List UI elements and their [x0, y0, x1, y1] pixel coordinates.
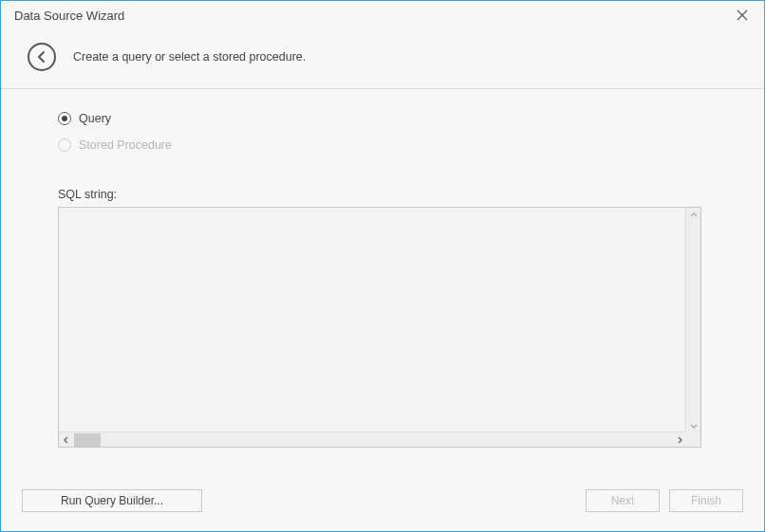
- sql-string-box: [58, 207, 701, 448]
- scroll-h-track: [74, 433, 672, 447]
- radio-query-row[interactable]: Query: [58, 112, 707, 125]
- sql-string-label: SQL string:: [58, 188, 707, 201]
- radio-query[interactable]: [58, 112, 71, 125]
- next-button: Next: [586, 489, 660, 512]
- wizard-subtitle: Create a query or select a stored proced…: [73, 50, 306, 64]
- finish-button: Finish: [669, 489, 743, 512]
- radio-query-label: Query: [79, 112, 111, 125]
- window-title: Data Source Wizard: [14, 9, 124, 23]
- wizard-footer: Run Query Builder... Next Finish: [1, 472, 764, 531]
- vertical-scrollbar[interactable]: [685, 208, 700, 433]
- back-button[interactable]: [28, 43, 56, 71]
- sql-string-input[interactable]: [59, 208, 687, 433]
- radio-stored-procedure-row: Stored Procedure: [58, 138, 707, 152]
- close-button[interactable]: [732, 5, 753, 26]
- scroll-h-thumb[interactable]: [74, 433, 101, 447]
- run-query-builder-button[interactable]: Run Query Builder...: [22, 489, 202, 512]
- scroll-left-icon: [59, 432, 74, 448]
- scroll-corner: [685, 431, 700, 447]
- wizard-header: Create a query or select a stored proced…: [1, 29, 764, 89]
- horizontal-scrollbar[interactable]: [59, 431, 687, 447]
- radio-stored-procedure: [58, 138, 71, 152]
- scroll-up-icon: [686, 208, 701, 223]
- radio-stored-procedure-label: Stored Procedure: [79, 138, 172, 152]
- wizard-window: Data Source Wizard Create a query or sel…: [0, 0, 765, 532]
- titlebar: Data Source Wizard: [1, 1, 764, 29]
- wizard-content: Query Stored Procedure SQL string:: [1, 89, 764, 472]
- arrow-left-icon: [35, 50, 48, 64]
- close-icon: [737, 9, 748, 21]
